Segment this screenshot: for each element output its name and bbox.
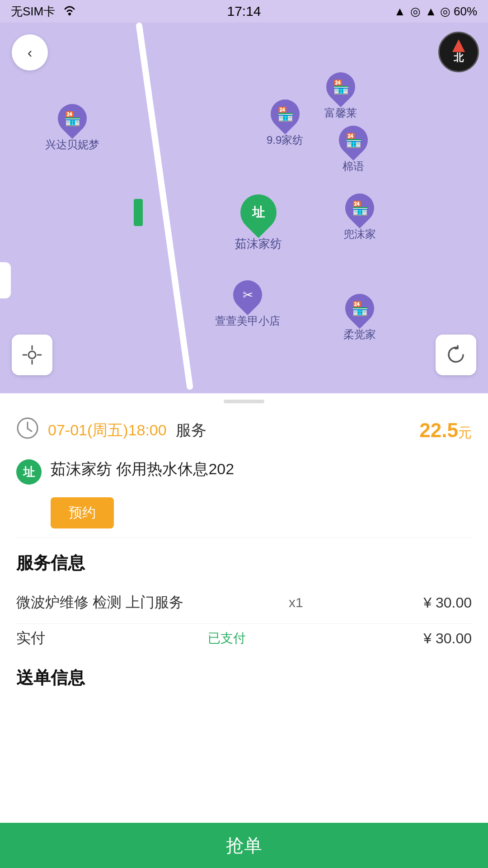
battery: ▲ ◎ 60% <box>425 5 477 19</box>
drag-handle-bar <box>224 400 264 403</box>
service-item-price: ¥ 30.00 <box>408 594 472 611</box>
store-icon-inner-4: 🏪 <box>345 132 362 148</box>
store-pin-icon-5: 🏪 <box>339 188 380 229</box>
compass: 北 <box>438 32 479 72</box>
address-icon: 址 <box>16 459 42 485</box>
pin-jiufang: 🏪 9.9家纺 <box>267 99 303 147</box>
info-panel: 07-01(周五)18:00 服务 22.5元 址 茹沫家纺 你用热水休息202… <box>0 406 488 689</box>
pin-xuanxuan-label: 萱萱美甲小店 <box>215 314 280 328</box>
left-edge-shape <box>0 262 11 298</box>
price-unit: 元 <box>458 425 472 440</box>
service-item-name: 微波炉维修 检测 上门服务 <box>16 593 183 613</box>
pin-rougou: 🏪 柔觉家 <box>343 294 376 342</box>
pin-xingda-label: 兴达贝妮梦 <box>45 137 99 152</box>
store-icon-inner-3: 🏪 <box>333 79 349 95</box>
svg-point-1 <box>28 351 36 359</box>
pin-xuanxuan: ✂ 萱萱美甲小店 <box>215 280 280 328</box>
dest-pin: 址 茹沫家纺 <box>235 194 282 252</box>
location-button[interactable] <box>12 335 52 375</box>
dest-pin-text: 址 <box>252 204 265 221</box>
pin-xingda: 🏪 兴达贝妮梦 <box>45 104 99 152</box>
back-button[interactable]: ‹ <box>12 34 48 71</box>
pin-niumo-label: 兜沫家 <box>343 227 376 241</box>
payment-row: 实付 已支付 ¥ 30.00 <box>16 623 472 662</box>
store-icon-inner-6: 🏪 <box>352 301 368 316</box>
svg-line-8 <box>28 429 32 431</box>
location-icon: ▲ <box>394 5 406 19</box>
time-price-row: 07-01(周五)18:00 服务 22.5元 <box>16 406 472 451</box>
compass-arrow <box>452 39 465 52</box>
more-info-title: 送单信息 <box>16 662 472 689</box>
pin-mianya: 🏪 棉语 <box>339 126 368 174</box>
store-pin-icon: 🏪 <box>52 98 93 139</box>
status-right: ▲ ◎ ▲ ◎ 60% <box>394 5 477 19</box>
pin-rougou-label: 柔觉家 <box>343 327 376 342</box>
address-text: 茹沫家纺 你用热水休息202 <box>51 458 234 480</box>
bottom-spacer <box>0 689 488 744</box>
map-area: ‹ 北 🏪 兴达贝妮梦 🏪 9.9家纺 🏪 富馨莱 🏪 棉语 🏪 兜沫家 址 <box>0 23 488 393</box>
compass-label: 北 <box>454 51 464 65</box>
price-section: 22.5元 <box>419 419 472 442</box>
wifi-icon <box>61 4 78 19</box>
status-left: 无SIM卡 <box>11 4 78 19</box>
grab-order-button[interactable]: 抢单 <box>0 823 488 868</box>
route-line <box>136 23 193 390</box>
store-pin-icon-6: 🏪 <box>339 288 380 329</box>
payment-status: 已支付 <box>208 630 246 647</box>
order-price: 22.5 <box>419 419 458 441</box>
drag-handle <box>0 393 488 406</box>
lock-icon: ◎ <box>410 5 421 19</box>
nail-icon-inner: ✂ <box>243 288 253 302</box>
clock-icon <box>16 417 39 444</box>
svg-point-0 <box>68 13 71 15</box>
store-icon-inner-5: 🏪 <box>352 200 368 216</box>
payment-label: 实付 <box>16 628 45 648</box>
payment-amount: ¥ 30.00 <box>408 630 472 647</box>
store-icon-inner: 🏪 <box>64 111 81 127</box>
store-pin-icon-4: 🏪 <box>333 120 374 161</box>
service-item-row: 微波炉维修 检测 上门服务 x1 ¥ 30.00 <box>16 588 472 623</box>
refresh-button[interactable] <box>436 335 476 375</box>
pin-mianya-label: 棉语 <box>343 159 364 174</box>
service-info-title: 服务信息 <box>16 552 472 575</box>
section-divider <box>16 538 472 538</box>
status-time: 17:14 <box>227 4 261 19</box>
booking-button[interactable]: 预约 <box>51 497 114 528</box>
service-qty: x1 <box>282 595 310 610</box>
order-time: 07-01(周五)18:00 <box>48 420 167 441</box>
address-row: 址 茹沫家纺 你用热水休息202 <box>16 451 472 494</box>
store-icon-inner-2: 🏪 <box>277 106 293 122</box>
status-bar: 无SIM卡 17:14 ▲ ◎ ▲ ◎ 60% <box>0 0 488 23</box>
pin-jiufang-label: 9.9家纺 <box>267 133 303 147</box>
service-label: 服务 <box>176 420 206 441</box>
pin-niumo: 🏪 兜沫家 <box>343 193 376 241</box>
dest-pin-label: 茹沫家纺 <box>235 236 282 252</box>
store-pin-icon-2: 🏪 <box>264 94 305 135</box>
dest-pin-shape: 址 <box>233 187 284 238</box>
time-section: 07-01(周五)18:00 服务 <box>16 417 206 444</box>
sim-signal: 无SIM卡 <box>11 4 55 19</box>
nail-pin-icon: ✂ <box>227 274 268 316</box>
store-pin-icon-3: 🏪 <box>320 66 361 108</box>
pin-fuxiang-label: 富馨莱 <box>324 106 357 120</box>
route-dot <box>134 199 143 226</box>
pin-fuxiang: 🏪 富馨莱 <box>324 72 357 120</box>
